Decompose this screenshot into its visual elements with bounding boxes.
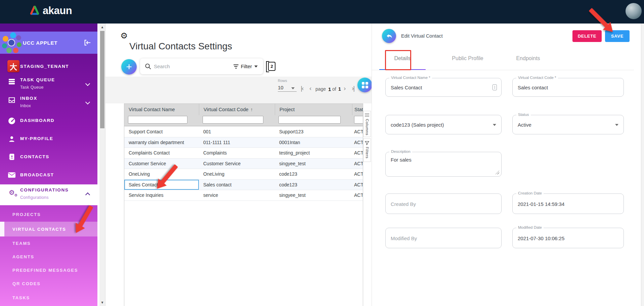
table-row[interactable]: Service Inquiries service singyee_test A… — [124, 190, 363, 201]
cell-code[interactable]: service — [199, 190, 275, 201]
sidebar-subitem-teams[interactable]: TEAMS — [0, 236, 97, 250]
column-header-code[interactable]: Virtual Contact Code ↑ — [199, 104, 275, 115]
sidebar-item-configurations[interactable]: ⚙⚙ CONFIGURATIONS Configurations — [0, 184, 97, 205]
last-page-button[interactable]: ›| — [352, 85, 354, 92]
user-avatar[interactable] — [626, 3, 642, 19]
first-page-button[interactable]: |‹ — [301, 85, 303, 92]
cell-name[interactable]: warranty claim department — [124, 137, 199, 148]
columns-side-tab[interactable]: Columns — [363, 111, 371, 137]
sidebar-item-my-profile[interactable]: MY-PROFILE — [0, 131, 97, 147]
exit-applet-icon[interactable] — [83, 39, 91, 46]
cell-project[interactable]: singyee_test — [275, 159, 352, 169]
field-placeholder: Modified By — [391, 235, 417, 241]
sidebar-subitem-predefined-messages[interactable]: PREDEFINED MESSAGES — [0, 263, 97, 277]
sidebar-item-tenant[interactable]: 大 STAGING_TENANT — [0, 58, 97, 75]
sidebar-subitem-qr-codes[interactable]: QR CODES — [0, 277, 97, 290]
sidebar-subitem-agents[interactable]: AGENTS — [0, 250, 97, 263]
chevron-up-icon[interactable] — [85, 192, 90, 197]
filter-input-name[interactable] — [128, 116, 187, 124]
save-button[interactable]: SAVE — [605, 30, 630, 42]
delete-button[interactable]: DELETE — [572, 30, 602, 42]
sidebar-item-contacts[interactable]: CONTACTS — [0, 149, 97, 165]
created-by-field[interactable]: Created By — [385, 193, 502, 214]
cell-name-selected[interactable]: Sales Contact — [124, 180, 199, 190]
cell-status[interactable]: ACT — [352, 169, 363, 179]
column-header-status[interactable]: Stat — [352, 104, 363, 115]
filter-dropdown[interactable]: Filter — [233, 63, 258, 69]
description-textarea[interactable]: Description For sales — [385, 152, 502, 177]
grid-view-button[interactable] — [357, 78, 372, 92]
creation-date-field[interactable]: Creation Date 2021-01-15 14:59:34 — [512, 193, 624, 214]
cell-name[interactable]: Complaints Contact — [124, 148, 199, 158]
table-row[interactable]: warranty claim department 011-1111 111 0… — [124, 137, 363, 148]
cell-project[interactable]: code123 — [275, 169, 352, 179]
cell-name[interactable]: Service Inquiries — [124, 190, 199, 201]
cell-code[interactable]: 001 — [199, 127, 275, 137]
window-vertical-scrollbar[interactable] — [641, 24, 644, 306]
column-header-project[interactable]: Project — [275, 104, 352, 115]
filter-input-status[interactable] — [354, 116, 363, 124]
filters-side-tab[interactable]: Filters — [363, 138, 371, 162]
scroll-up-icon[interactable]: ▲ — [99, 25, 105, 29]
sidebar-item-broadcast[interactable]: BROADCAST — [0, 167, 97, 183]
virtual-contact-code-field[interactable]: Virtual Contact Code * Sales contact — [512, 78, 624, 97]
page-title: Virtual Contacts Settings — [129, 41, 232, 52]
cell-project[interactable]: Support123 — [275, 127, 352, 137]
cell-status[interactable]: ACT — [352, 137, 363, 148]
cell-name[interactable]: Support Contact — [124, 127, 199, 137]
inbox-icon — [7, 96, 16, 104]
filter-input-project[interactable] — [278, 116, 341, 124]
tab-details[interactable]: Details — [394, 55, 411, 61]
table-row[interactable]: OneLiving OneLiving code123 ACT — [124, 169, 363, 180]
virtual-contact-name-field[interactable]: Virtual Contact Name * Sales Contact — [385, 78, 502, 97]
filter-input-code[interactable] — [203, 116, 263, 124]
tab-endpoints[interactable]: Endpoints — [516, 55, 540, 61]
cell-status[interactable]: ACT — [352, 190, 363, 201]
cell-project[interactable]: 0001Intan — [275, 137, 352, 148]
cell-status[interactable]: ACT — [352, 127, 363, 137]
sidebar-item-dashboard[interactable]: DASHBOARD — [0, 113, 97, 129]
previous-page-button[interactable]: ‹ — [309, 85, 311, 92]
sidebar-subitem-projects[interactable]: PROJECTS — [0, 207, 97, 222]
sidebar-subitem-tasks[interactable]: TASKS — [0, 290, 97, 305]
resize-handle-icon[interactable] — [496, 171, 499, 174]
cell-code[interactable]: OneLiving — [199, 169, 275, 179]
back-button[interactable] — [382, 29, 396, 43]
status-select[interactable]: Status Active — [512, 115, 624, 134]
modified-by-field[interactable]: Modified By — [385, 228, 502, 248]
caret-down-icon[interactable] — [291, 87, 295, 89]
project-select[interactable]: code123 (Sales project) — [385, 115, 502, 134]
cell-code[interactable]: Customer Service — [199, 159, 275, 169]
tab-public-profile[interactable]: Public Profile — [452, 55, 483, 61]
cell-status[interactable]: ACT — [352, 148, 363, 158]
column-header-name[interactable]: Virtual Contact Name — [124, 104, 199, 115]
chevron-down-icon[interactable] — [85, 81, 90, 86]
scroll-down-icon[interactable]: ▼ — [99, 301, 105, 304]
scrollbar-thumb[interactable] — [100, 31, 104, 128]
cell-code[interactable]: Sales contact — [199, 180, 275, 190]
next-page-button[interactable]: › — [344, 85, 345, 92]
search-input[interactable] — [154, 63, 233, 69]
cell-project[interactable]: code123 — [275, 180, 352, 190]
page-vertical-scrollbar[interactable]: ▲ ▼ — [99, 24, 105, 306]
cell-project[interactable]: testing_project — [275, 148, 352, 158]
sidebar-subitem-virtual-contacts[interactable]: VIRTUAL CONTACTS — [0, 222, 97, 236]
sidebar-item-inbox[interactable]: INBOX Inbox — [0, 93, 97, 114]
table-row[interactable]: Support Contact 001 Support123 ACT — [124, 127, 363, 137]
modified-date-field[interactable]: Modified Date 2021-07-30 10:06:25 — [512, 228, 624, 248]
duplicate-view-icon[interactable]: 2 — [268, 62, 275, 71]
cell-name[interactable]: OneLiving — [124, 169, 199, 179]
cell-code[interactable]: 011-1111 111 — [199, 137, 275, 148]
table-row[interactable]: Customer Service Customer Service singye… — [124, 159, 363, 169]
sidebar-item-ucc-applet[interactable]: UCC APPLET — [0, 32, 97, 54]
cell-status[interactable]: ACT — [352, 180, 363, 190]
sidebar-item-task-queue[interactable]: TASK QUEUE Task Queue — [0, 75, 97, 95]
cell-name[interactable]: Customer Service — [124, 159, 199, 169]
add-virtual-contact-button[interactable]: + — [121, 59, 137, 75]
table-row[interactable]: Complaints Contact Complaints testing_pr… — [124, 148, 363, 159]
cell-code[interactable]: Complaints — [199, 148, 275, 158]
cell-status[interactable]: ACT — [352, 159, 363, 169]
cell-project[interactable]: singyee_test — [275, 190, 352, 201]
chevron-down-icon[interactable] — [85, 100, 90, 104]
table-row-selected[interactable]: Sales Contact Sales contact code123 ACT — [124, 180, 363, 190]
